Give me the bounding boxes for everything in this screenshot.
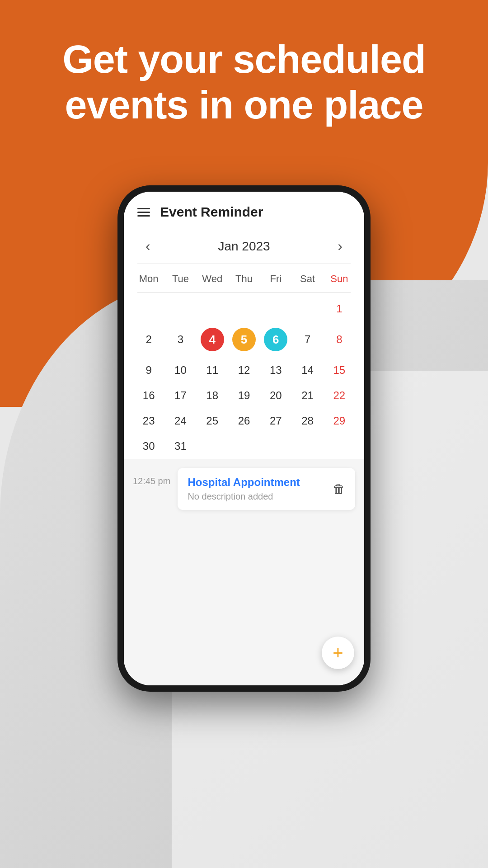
cal-day-28[interactable]: 28 [291,408,323,434]
weekday-mon: Mon [133,269,164,289]
cal-day-19[interactable]: 19 [228,383,260,408]
event-info: Hospital Appointment No description adde… [188,476,300,502]
cal-day-21[interactable]: 21 [291,383,323,408]
cal-day-empty [228,434,260,459]
cal-day-empty [291,296,323,321]
phone-outer: Event Reminder ‹ Jan 2023 › Mon Tue Wed [117,185,371,692]
weekday-fri: Fri [260,269,291,289]
cal-day-4[interactable]: 4 [197,321,228,358]
weekday-wed: Wed [197,269,228,289]
hamburger-line-2 [137,212,150,213]
hamburger-line-1 [137,208,150,209]
cal-day-16[interactable]: 16 [133,383,164,408]
cal-day-24[interactable]: 24 [164,408,196,434]
weekday-thu: Thu [228,269,260,289]
month-year-label: Jan 2023 [218,239,270,254]
cal-day-7[interactable]: 7 [291,321,323,358]
fab-plus-icon: + [333,644,343,662]
weekday-sat: Sat [291,269,323,289]
cal-day-9[interactable]: 9 [133,358,164,383]
cal-day-2[interactable]: 2 [133,321,164,358]
cal-divider-top [137,264,351,264]
cal-day-empty [164,296,196,321]
cal-day-empty [260,434,291,459]
cal-day-12[interactable]: 12 [228,358,260,383]
phone-screen: Event Reminder ‹ Jan 2023 › Mon Tue Wed [124,192,364,685]
cal-day-empty [324,434,355,459]
cal-day-empty [228,296,260,321]
app-title: Event Reminder [160,204,263,220]
cal-day-22[interactable]: 22 [324,383,355,408]
cal-day-empty [197,296,228,321]
cal-day-18[interactable]: 18 [197,383,228,408]
app-header: Event Reminder [124,192,364,229]
cal-day-14[interactable]: 14 [291,358,323,383]
cal-day-20[interactable]: 20 [260,383,291,408]
weekday-headers: Mon Tue Wed Thu Fri Sat Sun [133,269,355,289]
next-month-button[interactable]: › [332,236,348,256]
calendar-nav: ‹ Jan 2023 › [124,229,364,264]
cal-day-31[interactable]: 31 [164,434,196,459]
event-description: No description added [188,491,300,502]
event-row: 12:45 pm Hospital Appointment No descrip… [133,468,355,510]
weekday-sun: Sun [324,269,355,289]
cal-day-empty [197,434,228,459]
cal-day-15[interactable]: 15 [324,358,355,383]
cal-day-10[interactable]: 10 [164,358,196,383]
cal-day-3[interactable]: 3 [164,321,196,358]
cal-day-30[interactable]: 30 [133,434,164,459]
cal-day-27[interactable]: 27 [260,408,291,434]
cal-day-5[interactable]: 5 [228,321,260,358]
hero-section: Get your scheduled events in one place [0,36,488,127]
cal-day-13[interactable]: 13 [260,358,291,383]
prev-month-button[interactable]: ‹ [140,236,156,256]
hero-title: Get your scheduled events in one place [27,36,461,127]
delete-event-button[interactable]: 🗑 [333,481,345,496]
cal-day-11[interactable]: 11 [197,358,228,383]
add-event-fab[interactable]: + [322,637,354,669]
cal-day-1[interactable]: 1 [324,296,355,321]
cal-day-8[interactable]: 8 [324,321,355,358]
phone-mockup: Event Reminder ‹ Jan 2023 › Mon Tue Wed [117,185,371,692]
event-title: Hospital Appointment [188,476,300,489]
cal-day-26[interactable]: 26 [228,408,260,434]
cal-day-17[interactable]: 17 [164,383,196,408]
event-time: 12:45 pm [133,468,170,486]
cal-day-empty [291,434,323,459]
hamburger-line-3 [137,215,150,217]
weekday-tue: Tue [164,269,196,289]
cal-day-23[interactable]: 23 [133,408,164,434]
cal-day-29[interactable]: 29 [324,408,355,434]
calendar-days-grid: 1 2 3 4 5 6 7 8 9 10 11 12 1 [133,296,355,459]
cal-day-6[interactable]: 6 [260,321,291,358]
cal-day-empty [133,296,164,321]
event-card[interactable]: Hospital Appointment No description adde… [178,468,355,510]
cal-day-empty [260,296,291,321]
calendar: Mon Tue Wed Thu Fri Sat Sun [124,264,364,459]
cal-divider-2 [137,292,351,292]
cal-day-25[interactable]: 25 [197,408,228,434]
menu-button[interactable] [137,208,150,217]
